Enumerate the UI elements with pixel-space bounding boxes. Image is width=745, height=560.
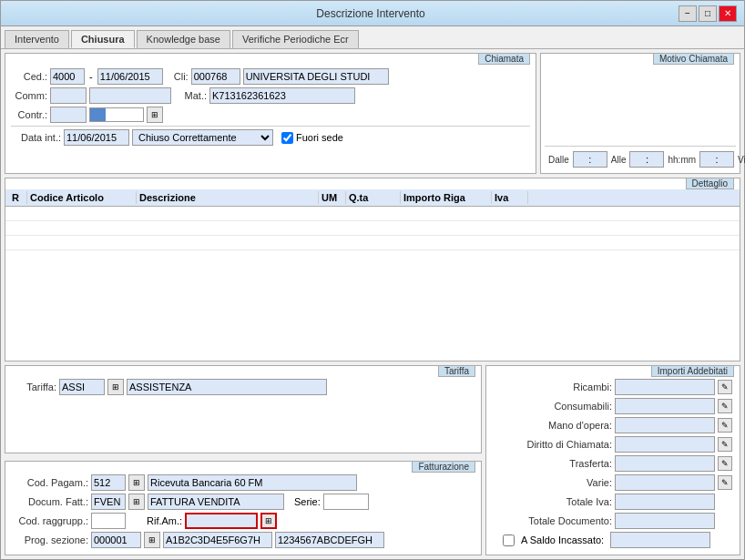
totale-iva-input[interactable]	[615, 494, 715, 510]
consumabili-label: Consumabili:	[512, 401, 612, 412]
prog-input[interactable]	[91, 532, 141, 548]
totale-iva-label: Totale Iva:	[512, 496, 612, 507]
cli-name-input[interactable]	[243, 68, 389, 85]
maximize-button[interactable]: □	[699, 5, 717, 22]
trasferta-edit-btn[interactable]: ✎	[718, 456, 732, 471]
cod-pagam-label: Cod. Pagam.:	[11, 477, 88, 488]
manodopera-edit-btn[interactable]: ✎	[718, 418, 732, 433]
tariffa-browse-btn[interactable]: ⊞	[107, 379, 124, 395]
prog-browse-btn[interactable]: ⊞	[144, 532, 160, 548]
barcode1-input[interactable]	[163, 532, 272, 548]
col-r: R	[9, 191, 27, 204]
cli-label: Cli:	[166, 71, 189, 82]
stato-select[interactable]: Chiuso Correttamente	[132, 129, 273, 146]
cod-raggrupp-label: Cod. raggrupp.:	[11, 515, 88, 526]
prog-label: Prog. sezione:	[11, 535, 88, 545]
tab-verifiche[interactable]: Verifiche Periodiche Ecr	[232, 30, 359, 48]
col-importo: Importo Riga	[401, 191, 492, 204]
tariffa-row: Tariffa: ⊞	[11, 379, 475, 395]
docum-desc-input[interactable]	[148, 494, 284, 510]
main-content: Chiamata Ced.: - Cli: Comm: Mat.:	[1, 49, 744, 559]
window-controls: − □ ✕	[679, 5, 737, 22]
motivo-textarea[interactable]	[545, 68, 736, 141]
tariffa-name-input[interactable]	[127, 379, 327, 395]
docum-code-input[interactable]	[91, 494, 126, 510]
diritto-label: Diritto di Chiamata:	[512, 439, 612, 450]
ricambi-row: Ricambi: ✎	[494, 379, 732, 395]
contr-label: Contr.:	[11, 109, 47, 120]
ricambi-edit-btn[interactable]: ✎	[718, 380, 732, 394]
dash: -	[89, 71, 93, 82]
fuori-sede-label: Fuori sede	[296, 132, 343, 143]
consumabili-row: Consumabili: ✎	[494, 398, 732, 414]
a-saldo-row: A Saldo Incassato:	[494, 532, 732, 548]
rif-am-browse-btn[interactable]: ⊞	[260, 513, 277, 529]
table-row	[5, 221, 740, 236]
tariffa-section: Tariffa Tariffa: ⊞	[5, 365, 482, 453]
docum-browse-btn[interactable]: ⊞	[128, 494, 145, 510]
totale-doc-row: Totale Documento:	[494, 513, 732, 529]
serie-label: Serie:	[294, 496, 321, 507]
contr-row: Contr.: ⊞	[11, 107, 530, 123]
table-row	[5, 207, 740, 221]
barcode2-input[interactable]	[275, 532, 384, 548]
manodopera-input[interactable]	[615, 417, 715, 433]
ced-input[interactable]	[50, 68, 85, 85]
mat-label: Mat.:	[179, 90, 207, 101]
a-saldo-checkbox[interactable]	[503, 535, 515, 546]
ced-row: Ced.: - Cli:	[11, 68, 530, 85]
contr-browse-btn[interactable]: ⊞	[147, 107, 163, 123]
diritto-input[interactable]	[615, 436, 715, 453]
dalle-input[interactable]	[573, 151, 607, 168]
varie-input[interactable]	[615, 474, 715, 491]
manodopera-row: Mano d'opera: ✎	[494, 417, 732, 433]
cod-pagam-input[interactable]	[91, 474, 126, 491]
tariffa-section-label: Tariffa	[438, 365, 475, 377]
trasferta-input[interactable]	[615, 455, 715, 472]
col-um: UM	[319, 191, 346, 204]
hhmm-input[interactable]	[699, 151, 734, 168]
date-input[interactable]	[97, 68, 163, 85]
ricambi-input[interactable]	[615, 379, 715, 395]
totale-doc-input[interactable]	[615, 513, 715, 529]
tab-bar: Intervento Chiusura Knowledge base Verif…	[1, 26, 744, 49]
rif-am-label: Rif.Am.:	[147, 515, 182, 526]
docum-fatt-label: Docum. Fatt.:	[11, 496, 88, 507]
data-int-label: Data int.:	[11, 132, 61, 143]
tab-chiusura[interactable]: Chiusura	[71, 30, 135, 48]
data-int-input[interactable]	[64, 129, 129, 146]
tariffa-code-input[interactable]	[59, 379, 105, 395]
cod-raggrupp-input[interactable]	[91, 513, 126, 529]
rif-am-input[interactable]	[185, 513, 258, 529]
a-saldo-input[interactable]	[610, 532, 710, 548]
manodopera-label: Mano d'opera:	[512, 420, 612, 431]
comm-input2[interactable]	[89, 87, 171, 104]
varie-edit-btn[interactable]: ✎	[718, 475, 732, 490]
col-codice: Codice Articolo	[27, 191, 137, 204]
mat-input[interactable]	[209, 87, 355, 104]
varie-label: Varie:	[512, 477, 612, 488]
tab-intervento[interactable]: Intervento	[5, 30, 69, 48]
consumabili-edit-btn[interactable]: ✎	[718, 399, 732, 413]
tariffa-label: Tariffa:	[11, 382, 56, 392]
title-bar: Descrizione Intervento − □ ✕	[1, 1, 744, 26]
alle-input[interactable]	[629, 151, 664, 168]
serie-input[interactable]	[323, 494, 369, 510]
col-descrizione: Descrizione	[137, 191, 319, 204]
diritto-edit-btn[interactable]: ✎	[718, 437, 732, 452]
pagam-desc-input[interactable]	[148, 474, 357, 491]
fuori-sede-checkbox[interactable]	[281, 132, 293, 144]
close-button[interactable]: ✕	[719, 5, 737, 22]
chiamata-label: Chiamata	[478, 53, 530, 65]
comm-input1[interactable]	[50, 87, 87, 104]
comm-label: Comm:	[11, 90, 47, 101]
cli-code-input[interactable]	[191, 68, 240, 85]
contr-input1[interactable]	[50, 107, 87, 123]
importi-section-label: Importi Addebitati	[651, 365, 734, 377]
consumabili-input[interactable]	[615, 398, 715, 414]
tab-knowledge[interactable]: Knowledge base	[137, 30, 230, 48]
trasferta-row: Trasferta: ✎	[494, 455, 732, 472]
pagam-browse-btn[interactable]: ⊞	[128, 474, 145, 491]
minimize-button[interactable]: −	[679, 5, 697, 22]
varie-row: Varie: ✎	[494, 474, 732, 491]
